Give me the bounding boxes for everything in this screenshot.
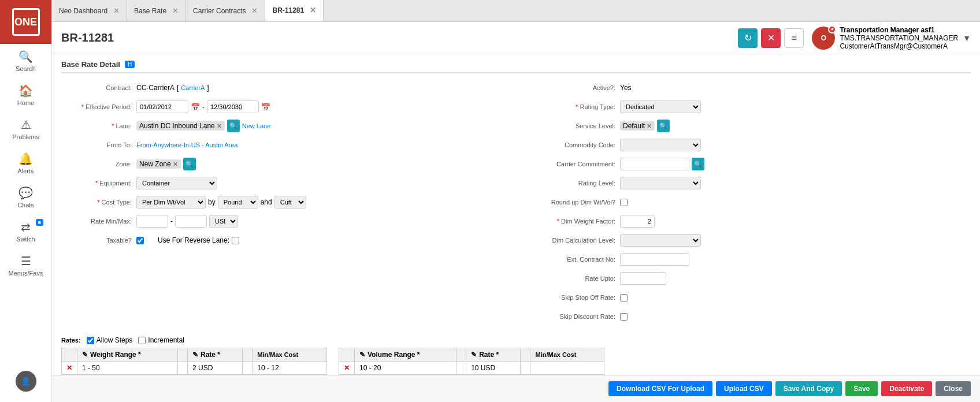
sidebar-item-label: Search — [16, 65, 36, 72]
rates-header: Rates: Allow Steps Incremental — [61, 336, 971, 344]
vol-min-max-cell — [530, 362, 604, 375]
close-button[interactable]: Close — [936, 381, 971, 396]
sidebar-item-user-avatar[interactable]: 👤 — [0, 365, 51, 397]
rate-max-input[interactable] — [175, 215, 207, 228]
unit-select[interactable]: Pound Kilogram — [218, 196, 258, 209]
carrier-link[interactable]: CarrierA — [181, 84, 205, 91]
right-column: Active?: Yes Rating Type: Dedicated Stan… — [528, 80, 971, 328]
allow-steps-checkbox[interactable] — [87, 337, 94, 344]
tab-neo-dashboard[interactable]: Neo Dashboard ✕ — [52, 0, 127, 21]
incremental-checkbox[interactable] — [138, 337, 146, 344]
volume-rate-table: ✎ Volume Range * ✎ Rate * — [339, 348, 604, 375]
main-area: Neo Dashboard ✕ Base Rate ✕ Carrier Cont… — [52, 0, 980, 402]
user-dropdown-button[interactable]: ▼ — [963, 34, 971, 43]
tab-close-base-rate[interactable]: ✕ — [172, 6, 179, 15]
user-badge: O Transportation Manager asf1 TMS.TRANSP… — [812, 26, 971, 50]
tab-br-11281[interactable]: BR-11281 ✕ — [265, 0, 324, 21]
upload-csv-button[interactable]: Upload CSV — [716, 381, 772, 396]
form-grid: Contract: CC-CarrierA [ CarrierA ] Effec… — [61, 80, 971, 328]
volume-rate-table-container: ✎ Volume Range * ✎ Rate * — [339, 348, 604, 375]
sidebar-item-home[interactable]: 🏠 Home — [0, 78, 51, 112]
page-title: BR-11281 — [61, 31, 738, 44]
rate-upto-input[interactable] — [620, 272, 666, 285]
date-from-input[interactable] — [136, 100, 188, 113]
save-button[interactable]: Save — [845, 381, 878, 396]
skip-stop-off-checkbox[interactable] — [620, 294, 628, 302]
close-x-button[interactable]: ✕ — [761, 28, 781, 48]
section-badge[interactable]: H — [125, 61, 135, 68]
calendar-from-button[interactable]: 📅 — [191, 103, 200, 111]
sidebar-item-chats[interactable]: 💬 Chats — [0, 180, 51, 214]
equipment-label: Equipment: — [61, 180, 136, 187]
contract-bracket: [ — [177, 84, 179, 92]
header-actions: ↻ ✕ ≡ O Transportation Manager asf1 TMS.… — [738, 26, 971, 50]
dim-calc-level-select[interactable] — [620, 234, 701, 247]
refresh-button[interactable]: ↻ — [738, 28, 758, 48]
commodity-code-select[interactable] — [620, 139, 701, 151]
currency-select[interactable]: USD — [209, 215, 238, 228]
lane-tag-remove[interactable]: ✕ — [217, 122, 222, 130]
volume-unit-select[interactable]: Cuft CBM — [274, 196, 306, 209]
menu-button[interactable]: ≡ — [784, 28, 804, 48]
service-level-search-button[interactable]: 🔍 — [657, 120, 670, 132]
th-edit3 — [456, 348, 466, 362]
footer-bar: Download CSV For Upload Upload CSV Save … — [52, 375, 980, 402]
download-csv-button[interactable]: Download CSV For Upload — [608, 381, 712, 396]
new-lane-link[interactable]: New Lane — [242, 122, 271, 129]
sidebar-item-switch[interactable]: ⇄ Switch ■ — [0, 214, 51, 248]
ext-contract-input[interactable] — [620, 253, 689, 266]
rate-min-input[interactable] — [136, 215, 168, 228]
round-up-checkbox[interactable] — [620, 199, 628, 206]
remove-row-button[interactable]: ✕ — [66, 364, 72, 372]
incremental-label[interactable]: Incremental — [138, 336, 184, 344]
equipment-select[interactable]: Container Truck Rail — [136, 177, 217, 189]
bottom-avatar: 👤 — [16, 371, 36, 392]
taxable-checkbox[interactable] — [136, 237, 144, 244]
calendar-to-button[interactable]: 📅 — [261, 103, 270, 111]
rates-tables: ✎ Weight Range * ✎ Rate * — [61, 348, 971, 375]
zone-search-button[interactable]: 🔍 — [183, 158, 196, 170]
weight-range-cell: 1 - 50 — [77, 362, 178, 375]
remove-vol-row-button[interactable]: ✕ — [344, 364, 350, 372]
rating-level-select[interactable] — [620, 177, 701, 189]
rating-type-row: Rating Type: Dedicated Standard — [528, 99, 971, 114]
tab-close-br-11281[interactable]: ✕ — [310, 6, 316, 14]
rating-type-select[interactable]: Dedicated Standard — [620, 100, 701, 113]
th-edit4 — [521, 348, 530, 362]
contract-text: CC-CarrierA — [136, 84, 175, 92]
weight-rate-table: ✎ Weight Range * ✎ Rate * — [61, 348, 327, 375]
weight-rate-table-container: ✎ Weight Range * ✎ Rate * — [61, 348, 327, 375]
tab-base-rate[interactable]: Base Rate ✕ — [127, 0, 186, 21]
skip-discount-label: Skip Discount Rate: — [528, 313, 620, 320]
sidebar-item-search[interactable]: 🔍 Search — [0, 44, 51, 78]
carrier-commitment-search-button[interactable]: 🔍 — [692, 158, 704, 170]
carrier-commitment-input[interactable] — [620, 158, 689, 170]
sidebar-item-menus[interactable]: ☰ Menus/Favs — [0, 248, 51, 282]
th-rate: ✎ Rate * — [188, 348, 243, 362]
zone-tag-remove[interactable]: ✕ — [173, 161, 178, 168]
date-to-input[interactable] — [207, 100, 259, 113]
allow-steps-label[interactable]: Allow Steps — [87, 336, 133, 344]
from-to-link[interactable]: From-Anywhere-In-US - Austin Area — [136, 142, 237, 148]
deactivate-button[interactable]: Deactivate — [881, 381, 932, 396]
sidebar-item-problems[interactable]: ⚠ Problems — [0, 112, 51, 146]
user-role: TMS.TRANSPORTATION_MANAGER — [840, 34, 958, 42]
lane-search-button[interactable]: 🔍 — [227, 120, 240, 132]
service-level-label: Service Level: — [528, 122, 620, 129]
sidebar-item-alerts[interactable]: 🔔 Alerts — [0, 146, 51, 180]
dim-weight-factor-value — [620, 215, 971, 228]
cost-type-value: Per Dim Wt/Vol Per Weight Per Volume by … — [136, 196, 504, 209]
save-copy-button[interactable]: Save And Copy — [775, 381, 842, 396]
reverse-lane-checkbox[interactable] — [232, 237, 239, 244]
zone-row: Zone: New Zone ✕ 🔍 — [61, 157, 504, 172]
cost-type-select[interactable]: Per Dim Wt/Vol Per Weight Per Volume — [136, 196, 206, 209]
service-level-tag-remove[interactable]: ✕ — [647, 122, 652, 130]
dim-weight-factor-input[interactable] — [620, 215, 655, 228]
tab-carrier-contracts[interactable]: Carrier Contracts ✕ — [186, 0, 265, 21]
tab-close-neo-dashboard[interactable]: ✕ — [113, 6, 120, 15]
tab-close-carrier-contracts[interactable]: ✕ — [251, 6, 258, 15]
round-up-value — [620, 199, 971, 206]
rate-upto-value — [620, 272, 971, 285]
dim-weight-factor-label: Dim Weight Factor: — [528, 218, 620, 225]
skip-discount-checkbox[interactable] — [620, 313, 628, 321]
